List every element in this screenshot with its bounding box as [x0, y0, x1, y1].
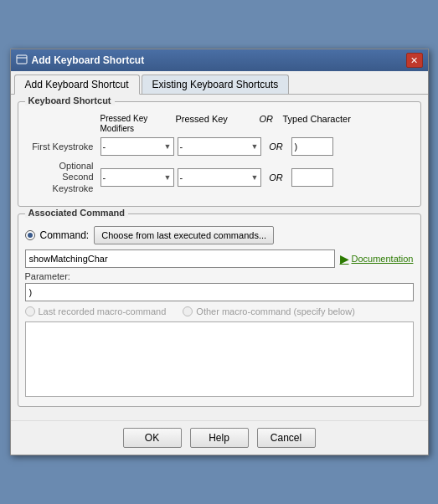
other-macro-radio-group: Other macro-command (specify below)	[183, 306, 355, 316]
close-button[interactable]: ✕	[406, 53, 423, 68]
svg-rect-0	[17, 55, 27, 64]
doc-arrow-icon: ▶	[340, 252, 349, 265]
second-typed-input[interactable]	[291, 168, 333, 187]
other-macro-radio	[183, 306, 193, 316]
command-radio[interactable]	[25, 230, 35, 240]
first-keystroke-row: First Keystroke - ▼ - ▼ OR	[25, 137, 414, 156]
first-key-arrow: ▼	[251, 142, 259, 151]
command-input[interactable]	[25, 249, 335, 268]
title-bar-left: Add Keyboard Shortcut	[16, 54, 145, 66]
button-row: OK Help Cancel	[11, 420, 428, 455]
command-row: Command: Choose from last executed comma…	[25, 226, 414, 244]
command-input-row: ▶ Documentation	[25, 249, 414, 268]
first-typed-input[interactable]	[291, 137, 333, 156]
last-macro-label: Last recorded macro-command	[39, 306, 167, 316]
last-macro-radio	[25, 306, 35, 316]
macro-row: Last recorded macro-command Other macro-…	[25, 306, 414, 316]
title-bar: Add Keyboard Shortcut ✕	[11, 49, 428, 71]
tab-bar: Add Keyboard Shortcut Existing Keyboard …	[11, 71, 428, 95]
tab-existing[interactable]: Existing Keyboard Shortcuts	[142, 75, 290, 94]
keystroke-headers: Pressed KeyModifiers Pressed Key OR Type…	[100, 114, 414, 134]
last-macro-radio-group: Last recorded macro-command	[25, 306, 167, 316]
documentation-link[interactable]: ▶ Documentation	[340, 252, 414, 265]
first-modifiers-select[interactable]: - ▼	[100, 137, 174, 156]
choose-button[interactable]: Choose from last executed commands...	[94, 226, 274, 244]
second-keystroke-controls: - ▼ - ▼ OR	[100, 168, 333, 187]
second-modifiers-arrow: ▼	[164, 173, 172, 182]
ok-button[interactable]: OK	[123, 428, 182, 448]
tab-add[interactable]: Add Keyboard Shortcut	[14, 75, 140, 95]
associated-command-group: Associated Command Command: Choose from …	[18, 213, 421, 407]
header-or: OR	[260, 114, 283, 134]
header-modifiers: Pressed KeyModifiers	[100, 114, 176, 134]
main-window: Add Keyboard Shortcut ✕ Add Keyboard Sho…	[10, 49, 429, 455]
command-radio-label: Command:	[40, 229, 90, 241]
content-area: Keyboard Shortcut Pressed KeyModifiers P…	[11, 95, 428, 420]
associated-command-title: Associated Command	[25, 208, 129, 218]
window-title: Add Keyboard Shortcut	[32, 54, 145, 66]
other-macro-label: Other macro-command (specify below)	[196, 306, 355, 316]
second-keystroke-row: OptionalSecond Keystroke - ▼ - ▼ OR	[25, 161, 414, 194]
keyboard-shortcut-group: Keyboard Shortcut Pressed KeyModifiers P…	[18, 101, 421, 207]
help-button[interactable]: Help	[190, 428, 249, 448]
keyboard-shortcut-title: Keyboard Shortcut	[25, 95, 115, 105]
first-key-select[interactable]: - ▼	[178, 137, 261, 156]
first-modifiers-arrow: ▼	[164, 142, 172, 151]
header-key: Pressed Key	[176, 114, 260, 134]
header-typed: Typed Character	[283, 114, 414, 134]
second-key-select[interactable]: - ▼	[178, 168, 261, 187]
second-key-arrow: ▼	[251, 173, 259, 182]
second-keystroke-label: OptionalSecond Keystroke	[25, 161, 100, 194]
cancel-button[interactable]: Cancel	[257, 428, 316, 448]
window-icon	[16, 54, 28, 66]
or-label-1: OR	[265, 141, 288, 152]
command-input-wrapper: ▶ Documentation	[25, 249, 414, 268]
macro-textarea[interactable]	[25, 321, 414, 397]
parameter-input[interactable]	[25, 283, 414, 301]
or-label-2: OR	[265, 172, 288, 183]
first-keystroke-controls: - ▼ - ▼ OR	[100, 137, 333, 156]
first-keystroke-label: First Keystroke	[25, 141, 100, 152]
second-modifiers-select[interactable]: - ▼	[100, 168, 174, 187]
parameter-label: Parameter:	[25, 271, 414, 281]
